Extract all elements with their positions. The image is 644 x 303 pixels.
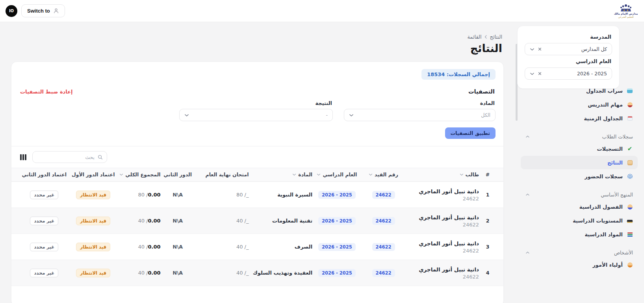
school-emblem-icon [618, 4, 633, 12]
first-approval-badge: قيد الانتظار [76, 191, 110, 199]
year-badge: 2026 - 2025 [318, 191, 356, 199]
sidebar-item-subjects[interactable]: المواد الدراسية [521, 228, 638, 241]
search-icon [98, 155, 103, 160]
sidebar-item-results[interactable]: النتائج [521, 156, 638, 169]
sidebar-section-core-curriculum[interactable]: المنهج الأساسي [521, 189, 638, 200]
chevron-down-icon [349, 114, 354, 117]
breadcrumb: النتائج القائمة [11, 22, 504, 42]
sidebar-item-parents[interactable]: أولياء الأمور [521, 258, 638, 271]
second-approval-badge: غير محدد [30, 217, 58, 225]
final-exam-cell: 40 /_ [195, 218, 249, 224]
sidebar-item-grade-levels[interactable]: المستويات الدراسية [521, 214, 638, 227]
final-exam-cell: 40 /_ [195, 244, 249, 250]
student-name: دانية نبيل أنور الماجري [405, 240, 479, 247]
subject-cell: العقيدة وتهذيب السلوك [249, 270, 313, 276]
sidebar-item-timetables[interactable]: الجداول الزمنية [521, 112, 638, 125]
col-registration[interactable]: رقم القيد [362, 172, 406, 178]
student-cell: دانية نبيل أنور الماجري 24622 [405, 240, 479, 254]
student-name: دانية نبيل أنور الماجري [405, 266, 479, 273]
table-row[interactable]: 4 دانية نبيل أنور الماجري 24622 24622 20… [11, 260, 503, 286]
student-id: 24622 [405, 248, 479, 254]
chevron-left-icon [484, 35, 487, 39]
second-round-cell: N\A [161, 192, 195, 198]
table-row[interactable] [11, 286, 503, 301]
graduation-cap-icon [627, 217, 633, 224]
teacher-icon [627, 101, 633, 108]
chevron-down-icon[interactable] [530, 48, 535, 51]
search-box [32, 151, 107, 163]
reset-filters-link[interactable]: إعادة ضبط التصفيات [20, 89, 72, 95]
total-cell: 40 /0.00 [117, 218, 161, 224]
student-id: 24622 [405, 274, 479, 280]
sort-chevron-icon [317, 173, 321, 176]
total-records-badge: إجمالي السجلات: 18534 [421, 69, 496, 80]
year-select[interactable]: 2026 - 2025 [525, 67, 612, 80]
student-icon [627, 204, 633, 210]
sidebar-item-classes[interactable]: الفصول الدراسية [521, 200, 638, 213]
col-first-approval: اعتماد الدور الأول [70, 172, 117, 178]
topbar: مدارس الإمام مالك للتعليم الشرعي Switch … [0, 0, 644, 22]
sidebar-filter-card: المدرسة كل المدارس العام الدراسي 2026 - … [517, 26, 620, 89]
second-round-cell: N\A [161, 270, 195, 276]
school-logo: مدارس الإمام مالك للتعليم الشرعي [613, 4, 638, 18]
filters-heading: التصفيات [468, 88, 495, 95]
switch-to-label: Switch to [27, 8, 50, 14]
logo-line1: مدارس الإمام مالك [614, 12, 638, 15]
school-filter-label: المدرسة [525, 34, 611, 40]
columns-toggle-icon[interactable] [19, 153, 27, 162]
table-row[interactable]: 2 دانية نبيل أنور الماجري 24622 24622 20… [11, 208, 503, 234]
table-row[interactable]: 3 دانية نبيل أنور الماجري 24622 24622 20… [11, 234, 503, 260]
subject-filter-select[interactable]: الكل [344, 109, 496, 121]
subject-cell: تقنية المعلومات [249, 218, 313, 224]
first-approval-badge: قيد الانتظار [76, 217, 110, 225]
total-cell: 40 /0.00 [117, 270, 161, 276]
registration-badge: 24622 [372, 217, 395, 225]
col-subject[interactable]: المادة [249, 172, 313, 178]
apply-filters-button[interactable]: تطبيق التصفيات [445, 127, 496, 139]
chevron-down-icon[interactable] [530, 72, 535, 75]
second-approval-badge: غير محدد [30, 191, 58, 199]
student-id: 24622 [405, 222, 479, 228]
chevron-up-icon [525, 251, 530, 254]
clear-icon[interactable] [538, 47, 542, 51]
col-year[interactable]: العام الدراسي [312, 172, 361, 178]
registration-badge: 24622 [372, 191, 395, 199]
year-badge: 2026 - 2025 [318, 217, 356, 225]
sidebar-item-registrations[interactable]: ✔ التسجيلات [521, 142, 638, 155]
scroll-icon [627, 159, 633, 166]
sidebar-section-student-records[interactable]: سجلات الطلاب [521, 131, 638, 142]
switch-to-button[interactable]: Switch to [21, 4, 65, 17]
check-icon: ✔ [627, 146, 633, 152]
wave-icon [627, 88, 633, 94]
sidebar-nav: سراب الجداول مهام التدريس الجداول الزمني… [521, 84, 638, 271]
school-select[interactable]: كل المدارس [525, 43, 612, 55]
user-avatar[interactable]: IO [6, 5, 17, 17]
col-student[interactable]: طالب [405, 172, 479, 178]
result-filter-label: النتيجة [179, 100, 333, 106]
registration-badge: 24622 [372, 269, 395, 277]
student-name: دانية نبيل أنور الماجري [405, 214, 479, 221]
chevron-up-icon [525, 135, 530, 138]
logo-line2: للتعليم الشرعي [618, 15, 634, 18]
main-content: النتائج القائمة النتائج إجمالي السجلات: … [0, 22, 515, 303]
results-card: إجمالي السجلات: 18534 التصفيات إعادة ضبط… [11, 62, 504, 303]
subject-filter-value: الكل [481, 112, 490, 118]
sidebar-item-attendance-records[interactable]: سجلات الحضور [521, 170, 638, 183]
breadcrumb-list[interactable]: القائمة [467, 34, 481, 40]
books-icon [627, 231, 633, 238]
sidebar-item-teaching-tasks[interactable]: مهام التدريس [521, 98, 638, 111]
breadcrumb-results[interactable]: النتائج [490, 34, 502, 40]
row-number: 2 [479, 218, 496, 224]
student-cell: دانية نبيل أنور الماجري 24622 [405, 214, 479, 228]
second-approval-badge: غير محدد [30, 243, 58, 251]
table-row[interactable]: 1 دانية نبيل أنور الماجري 24622 24622 20… [11, 181, 503, 208]
sort-chevron-icon [292, 173, 296, 176]
sidebar-section-people[interactable]: الأشخاص [521, 247, 638, 258]
person-icon [53, 8, 59, 14]
clear-icon[interactable] [538, 71, 542, 76]
second-round-cell: N\A [161, 244, 195, 250]
col-total[interactable]: المجموع الكلي [117, 172, 161, 178]
result-filter-select[interactable]: - [179, 109, 333, 121]
col-second-round: الدور الثاني [161, 172, 195, 178]
search-input[interactable] [33, 154, 95, 160]
